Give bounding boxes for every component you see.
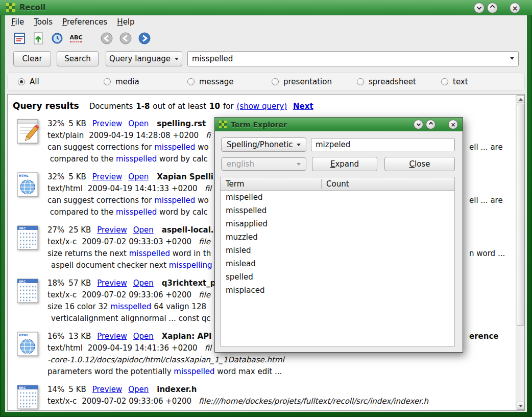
preview-link[interactable]: Preview (92, 119, 122, 128)
results-scrollbar[interactable] (516, 95, 524, 410)
open-link[interactable]: Open (128, 385, 149, 394)
arrow-down-icon (519, 405, 523, 407)
menu-preferences[interactable]: Preferences (62, 17, 107, 27)
clear-search-icon[interactable] (12, 31, 27, 45)
recoll-logo-icon (219, 121, 227, 128)
first-page-icon[interactable] (100, 31, 114, 45)
close-icon: × (512, 5, 518, 12)
term-row[interactable]: misplaced (221, 284, 454, 297)
query-input-wrap (187, 51, 519, 66)
recoll-logo-icon (6, 3, 15, 12)
preview-link[interactable]: Preview (92, 385, 122, 394)
open-link[interactable]: Open (128, 172, 149, 181)
match-type-select[interactable]: Spelling/Phonetic (221, 137, 306, 152)
expand-button[interactable]: Expand (312, 157, 377, 171)
close-button[interactable]: Close (384, 157, 455, 171)
doc-url: fil (205, 184, 212, 193)
filter-presentation[interactable]: presentation (272, 77, 332, 86)
radio-icon (441, 78, 448, 85)
preview-link[interactable]: Preview (92, 172, 122, 181)
menu-help[interactable]: Help (117, 17, 134, 27)
next-page-link[interactable]: Next (293, 102, 313, 111)
svg-text:SRC: SRC (19, 280, 26, 283)
terms-table-header: Term Count (221, 177, 454, 191)
svg-text:SRC: SRC (19, 386, 26, 389)
unshade-button[interactable] (426, 120, 436, 129)
query-dropdown-arrow[interactable] (510, 57, 514, 60)
scrollbar-thumb[interactable] (517, 104, 524, 326)
shade-button[interactable] (414, 120, 423, 129)
source-file-icon[interactable]: SRC (17, 225, 39, 253)
window-titlebar[interactable]: Recoll × (0, 0, 532, 15)
open-link[interactable]: Open (128, 119, 149, 128)
svg-text:HTML: HTML (19, 333, 29, 337)
recoll-window: Recoll × File Tools Preferences Help ABC (0, 0, 532, 417)
term-row[interactable]: mispelled (221, 191, 454, 204)
term-explorer-titlebar[interactable]: Term Explorer × (215, 118, 463, 131)
snippet-line: parameters word the potentially misspell… (47, 366, 513, 378)
open-link[interactable]: Open (133, 225, 154, 235)
doc-mime: text/html (47, 184, 83, 193)
dialog-title: Term Explorer (231, 121, 287, 129)
term-row[interactable]: muzzled (221, 230, 454, 244)
filter-spreadsheet[interactable]: spreadsheet (357, 77, 416, 86)
search-button[interactable]: Search (57, 51, 99, 66)
close-window-button[interactable]: × (510, 3, 520, 13)
show-query-link[interactable]: (show query) (237, 102, 287, 111)
term-row[interactable]: mislead (221, 257, 454, 270)
filter-all[interactable]: All (18, 77, 39, 86)
query-language-select[interactable]: Query language (106, 51, 182, 66)
doc-title: aspell-local.h (162, 225, 219, 235)
menu-file[interactable]: File (11, 17, 24, 27)
preview-link[interactable]: Preview (97, 332, 127, 341)
term-explorer-icon[interactable]: ABC (69, 31, 83, 45)
doc-date: 2009-07-02 09:33:03 +0200 (82, 237, 191, 246)
term-row[interactable]: spelled (221, 270, 454, 284)
scroll-up-button[interactable] (517, 95, 524, 103)
language-select: english (221, 157, 306, 171)
doc-url: file (199, 237, 210, 246)
source-file-icon[interactable]: SRC (17, 279, 39, 306)
doc-mime: text/x-c (47, 290, 77, 299)
term-row[interactable]: misapplied (221, 217, 454, 230)
count-column-header[interactable]: Count (326, 177, 349, 191)
shade-button[interactable] (474, 3, 485, 13)
preview-link[interactable]: Preview (97, 225, 127, 235)
doc-size: 5 KB (68, 172, 86, 181)
next-page-icon[interactable] (137, 31, 152, 45)
chevron-up-icon (490, 5, 495, 10)
term-row[interactable]: misspelled (221, 204, 454, 217)
chevron-up-icon (428, 122, 432, 126)
open-link[interactable]: Open (133, 332, 154, 341)
chevron-down-icon (297, 144, 301, 146)
term-column-header[interactable]: Term (226, 177, 244, 191)
term-explorer-window: Term Explorer × Spelling/Phonetic englis… (214, 117, 463, 353)
column-divider[interactable] (375, 179, 375, 189)
save-search-icon[interactable] (31, 31, 45, 45)
term-row[interactable]: misled (221, 244, 454, 257)
previous-page-icon[interactable] (118, 31, 133, 45)
doc-mime: text/x-c (47, 237, 77, 246)
filter-message[interactable]: message (187, 77, 233, 86)
filter-text[interactable]: text (441, 77, 468, 86)
html-file-icon[interactable]: HTML (17, 332, 39, 359)
filter-media[interactable]: media (104, 77, 139, 86)
close-dialog-button[interactable]: × (448, 120, 458, 129)
source-file-icon[interactable]: SRC (17, 385, 39, 411)
menu-bar: File Tools Preferences Help (5, 15, 527, 29)
menu-tools[interactable]: Tools (34, 17, 53, 27)
doc-title: Xapian: API (162, 332, 212, 341)
clear-button[interactable]: Clear (13, 51, 51, 66)
term-input[interactable] (311, 138, 455, 151)
column-divider[interactable] (321, 179, 322, 189)
unshade-button[interactable] (487, 3, 498, 13)
open-link[interactable]: Open (133, 279, 154, 288)
preview-link[interactable]: Preview (97, 279, 127, 288)
query-input[interactable] (187, 51, 519, 66)
history-icon[interactable] (50, 31, 64, 45)
results-total: 10 (209, 102, 220, 111)
html-file-icon[interactable]: HTML (17, 172, 39, 200)
scroll-down-button[interactable] (517, 402, 524, 410)
text-file-icon[interactable] (17, 119, 39, 147)
doc-url: file:///home/dockes/projets/fulltext/rec… (199, 397, 428, 406)
